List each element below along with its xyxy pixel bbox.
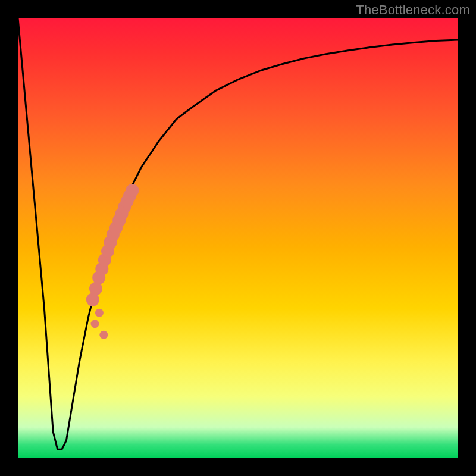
highlight-point [95,309,104,317]
highlight-point [91,320,99,328]
curve-svg [18,18,458,458]
highlight-point [126,184,139,197]
plot-area [18,18,458,458]
highlight-point [99,331,108,339]
chart-frame: TheBottleneck.com [0,0,476,476]
bottleneck-curve [18,18,458,449]
highlight-point [89,282,102,295]
highlighted-points [86,184,139,339]
watermark-text: TheBottleneck.com [356,2,470,18]
highlight-point [86,293,99,306]
